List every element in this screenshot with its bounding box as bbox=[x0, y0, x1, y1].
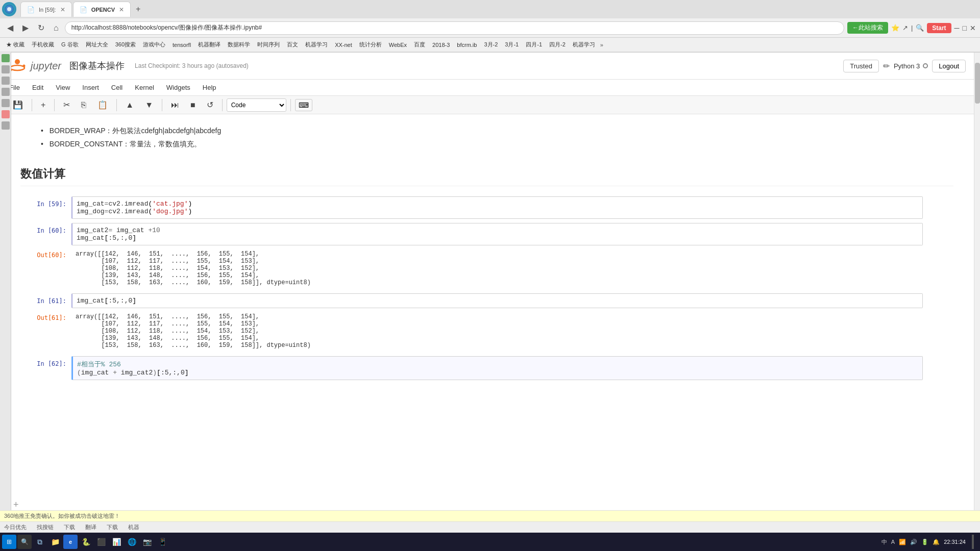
bookmark-march2[interactable]: 3月-2 bbox=[482, 40, 500, 49]
scrollbar-track[interactable] bbox=[974, 53, 980, 522]
window-maximize-icon[interactable]: □ bbox=[963, 24, 967, 32]
tab-image-ops[interactable]: 📄 In [59]: ✕ bbox=[20, 2, 72, 17]
bookmark-google[interactable]: G 谷歌 bbox=[59, 40, 81, 49]
taskbar-search-icon[interactable]: 🔍 bbox=[17, 535, 32, 549]
bookmark-stats[interactable]: 统计分析 bbox=[357, 40, 384, 49]
browser-logo bbox=[2, 2, 16, 16]
status-download[interactable]: 下载 bbox=[64, 523, 75, 531]
tab-close-icon[interactable]: ✕ bbox=[60, 6, 65, 13]
bookmark-baidu[interactable]: 百度 bbox=[412, 40, 427, 49]
bookmark-april1[interactable]: 四月-1 bbox=[524, 40, 544, 49]
jupyter-header: jupyter 图像基本操作 Last Checkpoint: 3 hours … bbox=[0, 53, 974, 80]
bookmark-ml[interactable]: 机器学习 bbox=[303, 40, 330, 49]
taskbar-app-icon-3[interactable]: 📷 bbox=[140, 535, 154, 549]
bookmark-tensorflow[interactable]: tensorfl bbox=[170, 41, 193, 49]
window-minimize-icon[interactable]: ─ bbox=[954, 24, 960, 32]
tab-bar: 📄 In [59]: ✕ 📄 OPENCV ✕ + bbox=[0, 0, 980, 18]
start-button[interactable]: Start bbox=[927, 23, 951, 33]
taskbar-show-desktop-icon[interactable] bbox=[972, 535, 974, 549]
status-priority: 今日优先 bbox=[4, 523, 27, 531]
tab-favicon: 📄 bbox=[27, 6, 35, 13]
sidebar-icon-7[interactable] bbox=[2, 121, 10, 130]
taskbar-browser-icon[interactable]: e bbox=[63, 535, 78, 549]
cell-61-input[interactable]: img_cat[:5,:,0] bbox=[71, 293, 923, 308]
taskbar-task-view-icon[interactable]: ⧉ bbox=[33, 535, 47, 549]
sidebar-icon-1[interactable] bbox=[2, 54, 10, 62]
new-tab-button[interactable]: + bbox=[132, 5, 144, 14]
skip-button[interactable]: ⏭ bbox=[166, 98, 184, 112]
pencil-icon[interactable]: ✏ bbox=[883, 61, 890, 71]
taskbar-terminal-icon[interactable]: ⬛ bbox=[94, 535, 108, 549]
restart-button[interactable]: ↺ bbox=[202, 98, 218, 112]
tab-opencv[interactable]: 📄 OPENCV ✕ bbox=[73, 2, 131, 17]
taskbar-app-icon-1[interactable]: 📊 bbox=[109, 535, 124, 549]
window-close-icon[interactable]: ✕ bbox=[970, 24, 976, 32]
bookmark-mobile[interactable]: 手机收藏 bbox=[30, 40, 56, 49]
bookmark-march1[interactable]: 3月-1 bbox=[503, 40, 521, 49]
bookmarks-more[interactable]: » bbox=[600, 42, 603, 48]
status-ml[interactable]: 机器 bbox=[128, 523, 139, 531]
menu-edit[interactable]: Edit bbox=[31, 82, 44, 93]
menu-view[interactable]: View bbox=[55, 82, 71, 93]
back-button[interactable]: ◀ bbox=[4, 22, 16, 34]
status-translate[interactable]: 翻译 bbox=[85, 523, 96, 531]
paste-button[interactable]: 📋 bbox=[93, 98, 112, 112]
bookmark-ml2[interactable]: 机器学习 bbox=[571, 40, 597, 49]
menu-kernel[interactable]: Kernel bbox=[134, 82, 155, 93]
stop-button[interactable]: ■ bbox=[186, 98, 200, 112]
menu-cell[interactable]: Cell bbox=[110, 82, 124, 93]
add-cell-bottom-button[interactable]: + bbox=[13, 499, 19, 510]
move-down-button[interactable]: ▼ bbox=[140, 98, 158, 112]
bookmark-collections[interactable]: ★ 收藏 bbox=[4, 40, 27, 49]
sidebar-icon-3[interactable] bbox=[2, 77, 10, 85]
bookmark-april2[interactable]: 四月-2 bbox=[547, 40, 568, 49]
collect-button[interactable]: ←此站搜索 bbox=[847, 22, 888, 34]
taskbar-clock: 22:31:24 bbox=[944, 539, 966, 545]
refresh-button[interactable]: ↻ bbox=[35, 22, 47, 34]
cell-60-input[interactable]: img_cat2= img_cat +10 img_cat[:5,:,0] bbox=[71, 223, 923, 245]
tab-close-active-icon[interactable]: ✕ bbox=[119, 6, 124, 13]
bookmark-360[interactable]: 360搜索 bbox=[113, 40, 138, 49]
bookmark-2018[interactable]: 2018-3 bbox=[430, 41, 452, 49]
bookmark-datascience[interactable]: 数据科学 bbox=[226, 40, 252, 49]
keyboard-shortcuts-button[interactable]: ⌨ bbox=[295, 99, 312, 111]
menu-insert[interactable]: Insert bbox=[81, 82, 100, 93]
cell-62-input[interactable]: #相当于% 256 (img_cat + img_cat2)[:5,:,0] bbox=[71, 356, 923, 380]
taskbar-app-icon-4[interactable]: 📱 bbox=[155, 535, 169, 549]
move-up-button[interactable]: ▲ bbox=[121, 98, 138, 112]
address-bar[interactable] bbox=[65, 21, 844, 35]
cell-61-label: In [61]: bbox=[20, 293, 71, 308]
bookmark-translate[interactable]: 机器翻译 bbox=[196, 40, 223, 49]
status-search[interactable]: 找搜链 bbox=[37, 523, 54, 531]
bookmark-baiwen[interactable]: 百文 bbox=[285, 40, 300, 49]
home-button[interactable]: ⌂ bbox=[51, 22, 62, 34]
add-cell-button[interactable]: + bbox=[36, 98, 50, 112]
sidebar-icon-5[interactable] bbox=[2, 99, 10, 107]
bookmark-urls[interactable]: 网址大全 bbox=[84, 40, 110, 49]
sidebar-icon-4[interactable] bbox=[2, 88, 10, 96]
scrollbar-thumb[interactable] bbox=[975, 63, 980, 104]
cut-button[interactable]: ✂ bbox=[59, 98, 75, 112]
status-download2[interactable]: 下载 bbox=[107, 523, 118, 531]
menu-widgets[interactable]: Widgets bbox=[165, 82, 191, 93]
taskbar-python-icon[interactable]: 🐍 bbox=[79, 535, 93, 549]
taskbar-app-icon-2[interactable]: 🌐 bbox=[125, 535, 139, 549]
trusted-button[interactable]: Trusted bbox=[843, 60, 879, 72]
forward-button[interactable]: ▶ bbox=[19, 22, 32, 34]
tab-label-active: OPENCV bbox=[91, 7, 115, 13]
taskbar-explorer-icon[interactable]: 📁 bbox=[48, 535, 62, 549]
bookmark-webex[interactable]: WebEx bbox=[387, 41, 409, 49]
cell-59-input[interactable]: img_cat=cv2.imread('cat.jpg') img_dog=cv… bbox=[71, 196, 923, 219]
menu-help[interactable]: Help bbox=[202, 82, 217, 93]
sidebar-icon-6[interactable] bbox=[2, 110, 10, 118]
toolbar-separator-6 bbox=[290, 99, 291, 111]
bookmark-bfcrm[interactable]: bfcrm.ib bbox=[455, 41, 479, 49]
bookmark-timeseries[interactable]: 时间序列 bbox=[255, 40, 282, 49]
logout-button[interactable]: Logout bbox=[932, 60, 966, 72]
bookmark-games[interactable]: 游戏中心 bbox=[141, 40, 167, 49]
copy-button[interactable]: ⎘ bbox=[77, 98, 91, 112]
bookmark-xxnet[interactable]: XX-net bbox=[333, 41, 354, 49]
taskbar-start-icon[interactable]: ⊞ bbox=[2, 535, 16, 549]
sidebar-icon-2[interactable] bbox=[2, 65, 10, 73]
cell-type-select[interactable]: Code Markdown Raw NBConvert Heading bbox=[227, 98, 286, 112]
